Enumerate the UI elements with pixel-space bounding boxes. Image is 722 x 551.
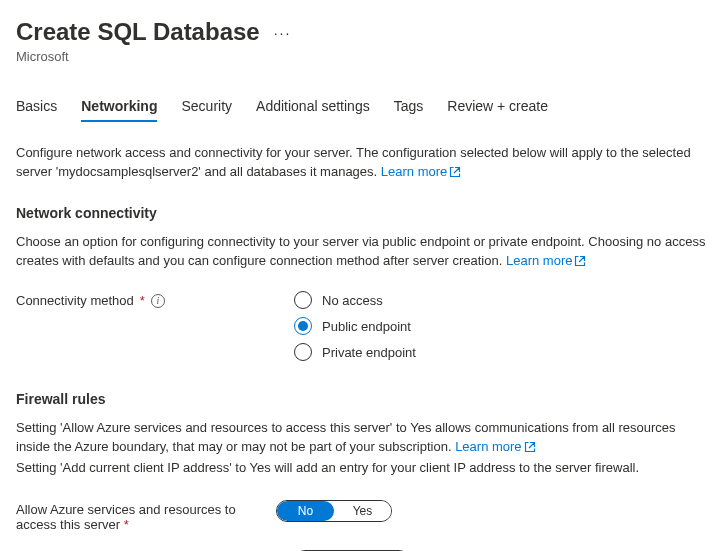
allow-azure-no-option[interactable]: No (277, 501, 334, 521)
allow-azure-yes-option[interactable]: Yes (334, 501, 391, 521)
radio-dot-icon (298, 321, 308, 331)
firewall-rules-desc: Setting 'Allow Azure services and resour… (16, 419, 706, 478)
networking-intro-text: Configure network access and connectivit… (16, 145, 691, 179)
external-link-icon (449, 165, 461, 184)
radio-no-access-label: No access (322, 293, 383, 308)
firewall-rules-heading: Firewall rules (16, 391, 706, 407)
tab-basics[interactable]: Basics (16, 92, 57, 122)
network-connectivity-heading: Network connectivity (16, 205, 706, 221)
tab-networking[interactable]: Networking (81, 92, 157, 122)
radio-circle-icon (294, 343, 312, 361)
publisher-subtitle: Microsoft (16, 49, 706, 64)
radio-circle-icon (294, 317, 312, 335)
connectivity-method-radio-group: No access Public endpoint Private endpoi… (294, 291, 416, 361)
required-asterisk: * (124, 517, 129, 532)
required-asterisk: * (140, 293, 145, 308)
tab-additional-settings[interactable]: Additional settings (256, 92, 370, 122)
firewall-learn-more-link[interactable]: Learn more (455, 439, 535, 454)
tab-security[interactable]: Security (181, 92, 232, 122)
page-title: Create SQL Database (16, 18, 260, 47)
network-connectivity-desc: Choose an option for configuring connect… (16, 233, 706, 273)
firewall-desc-line2: Setting 'Add current client IP address' … (16, 460, 639, 475)
network-connectivity-learn-more-link[interactable]: Learn more (506, 253, 586, 268)
radio-no-access[interactable]: No access (294, 291, 416, 309)
networking-intro: Configure network access and connectivit… (16, 144, 706, 184)
network-connectivity-desc-text: Choose an option for configuring connect… (16, 234, 705, 268)
intro-learn-more-link[interactable]: Learn more (381, 164, 461, 179)
radio-private-endpoint-label: Private endpoint (322, 345, 416, 360)
radio-public-endpoint[interactable]: Public endpoint (294, 317, 416, 335)
radio-circle-icon (294, 291, 312, 309)
tabs-bar: Basics Networking Security Additional se… (16, 92, 706, 122)
radio-public-endpoint-label: Public endpoint (322, 319, 411, 334)
tab-review-create[interactable]: Review + create (447, 92, 548, 122)
tab-tags[interactable]: Tags (394, 92, 424, 122)
allow-azure-services-toggle[interactable]: No Yes (276, 500, 392, 522)
radio-private-endpoint[interactable]: Private endpoint (294, 343, 416, 361)
more-actions-icon[interactable]: ... (274, 22, 292, 42)
connectivity-method-label: Connectivity method * i (16, 291, 294, 308)
external-link-icon (574, 254, 586, 273)
info-icon[interactable]: i (151, 294, 165, 308)
allow-azure-services-label: Allow Azure services and resources to ac… (16, 500, 276, 532)
external-link-icon (524, 440, 536, 459)
firewall-desc-line1: Setting 'Allow Azure services and resour… (16, 420, 676, 454)
